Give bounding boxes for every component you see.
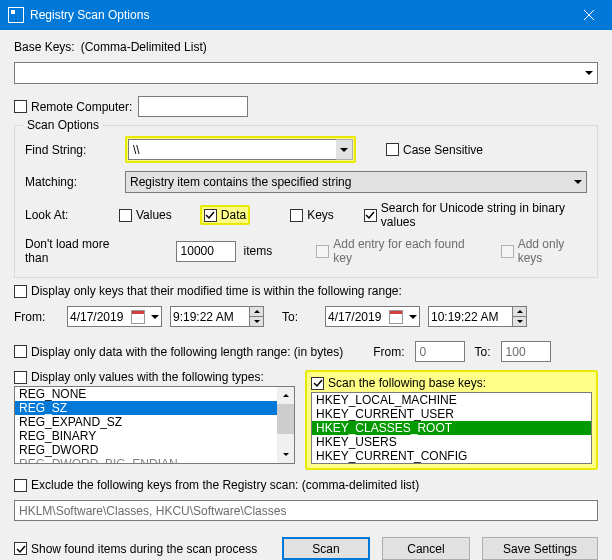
matching-label: Matching: <box>25 175 115 189</box>
list-item[interactable]: REG_DWORD_BIG_ENDIAN <box>15 457 294 464</box>
keys-checkbox[interactable]: Keys <box>290 208 334 222</box>
from-date[interactable]: 4/17/2019 <box>67 306 162 327</box>
find-string-label: Find String: <box>25 143 115 157</box>
value-types-listbox[interactable]: REG_NONE REG_SZ REG_EXPAND_SZ REG_BINARY… <box>14 386 295 464</box>
list-item[interactable]: HKEY_CURRENT_CONFIG <box>312 449 591 463</box>
length-range-checkbox[interactable]: Display only data with the following len… <box>14 345 343 359</box>
to-time-spinner[interactable] <box>513 306 527 327</box>
unicode-checkbox[interactable]: Search for Unicode string in binary valu… <box>364 201 587 229</box>
length-to-input[interactable] <box>501 341 551 362</box>
base-keys-listbox[interactable]: HKEY_LOCAL_MACHINE HKEY_CURRENT_USER HKE… <box>311 392 592 464</box>
list-item[interactable]: HKEY_USERS <box>312 435 591 449</box>
list-item[interactable]: HKEY_CLASSES_ROOT <box>312 421 591 435</box>
scan-button[interactable]: Scan <box>282 537 370 560</box>
titlebar: Registry Scan Options <box>0 0 612 30</box>
scan-options-group: Scan Options Find String: Case Sensitive… <box>14 125 598 278</box>
to-label: To: <box>282 310 317 324</box>
list-item[interactable]: REG_BINARY <box>15 429 294 443</box>
to-time[interactable]: 10:19:22 AM <box>428 306 513 327</box>
length-from-input[interactable] <box>415 341 465 362</box>
scan-base-keys-checkbox[interactable]: Scan the following base keys: <box>311 376 592 390</box>
exclude-input[interactable] <box>14 500 598 521</box>
chevron-down-icon <box>585 71 593 75</box>
save-settings-button[interactable]: Save Settings <box>482 537 598 560</box>
dont-load-input[interactable] <box>176 241 236 262</box>
matching-combo[interactable]: Registry item contains the specified str… <box>125 171 587 193</box>
close-button[interactable] <box>566 0 612 30</box>
scan-options-legend: Scan Options <box>23 118 103 132</box>
calendar-icon <box>389 310 403 324</box>
remote-computer-checkbox[interactable]: Remote Computer: <box>14 100 132 114</box>
base-keys-combo[interactable] <box>14 62 598 84</box>
list-item[interactable]: REG_NONE <box>15 387 294 401</box>
remote-computer-input[interactable] <box>138 96 248 117</box>
calendar-icon <box>131 310 145 324</box>
base-keys-hint: (Comma-Delimited List) <box>81 40 207 54</box>
list-item[interactable]: HKEY_CURRENT_USER <box>312 407 591 421</box>
add-entry-checkbox[interactable]: Add entry for each found key <box>316 237 476 265</box>
values-checkbox[interactable]: Values <box>119 208 172 222</box>
base-keys-label: Base Keys: <box>14 40 75 54</box>
from-time-spinner[interactable] <box>250 306 264 327</box>
items-label: items <box>244 244 273 258</box>
scrollbar[interactable] <box>277 387 294 463</box>
time-range-checkbox[interactable]: Display only keys that their modified ti… <box>14 284 402 298</box>
show-found-checkbox[interactable]: Show found items during the scan process <box>14 542 270 556</box>
find-string-dropdown[interactable] <box>336 139 353 160</box>
cancel-button[interactable]: Cancel <box>382 537 470 560</box>
length-to-label: To: <box>475 345 491 359</box>
add-only-keys-checkbox[interactable]: Add only keys <box>501 237 587 265</box>
exclude-checkbox[interactable]: Exclude the following keys from the Regi… <box>14 478 419 492</box>
list-item[interactable]: REG_EXPAND_SZ <box>15 415 294 429</box>
from-label: From: <box>14 310 59 324</box>
value-types-checkbox[interactable]: Display only values with the following t… <box>14 370 295 384</box>
length-from-label: From: <box>373 345 404 359</box>
data-checkbox[interactable]: Data <box>204 208 246 222</box>
to-date[interactable]: 4/17/2019 <box>325 306 420 327</box>
find-string-input[interactable] <box>128 139 336 160</box>
look-at-label: Look At: <box>25 208 109 222</box>
dont-load-label: Don't load more than <box>25 237 130 265</box>
from-time[interactable]: 9:19:22 AM <box>170 306 250 327</box>
chevron-down-icon <box>574 180 582 184</box>
list-item[interactable]: REG_DWORD <box>15 443 294 457</box>
case-sensitive-checkbox[interactable]: Case Sensitive <box>386 143 483 157</box>
app-icon <box>8 7 24 23</box>
window-title: Registry Scan Options <box>30 8 566 22</box>
list-item[interactable]: HKEY_LOCAL_MACHINE <box>312 393 591 407</box>
list-item[interactable]: REG_SZ <box>15 401 294 415</box>
